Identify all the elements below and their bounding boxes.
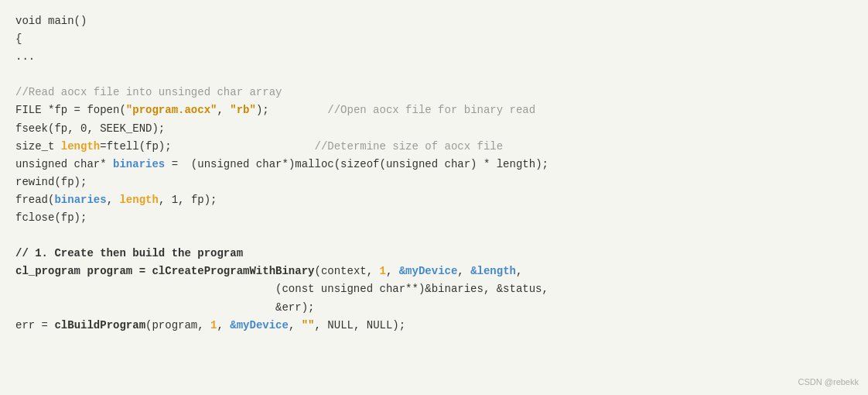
code-token: "program.aocx" <box>126 104 217 116</box>
code-line: &err); <box>15 299 853 317</box>
code-token: clBuildProgram <box>54 319 145 331</box>
code-token: //Read aocx file into unsinged char arra… <box>15 86 282 98</box>
code-token: FILE *fp = fopen( <box>15 104 126 116</box>
code-line: // 1. Create then build the program <box>15 245 853 263</box>
code-token: err = <box>15 319 54 331</box>
code-token: "" <box>302 319 315 331</box>
code-token: (context, <box>314 265 379 277</box>
code-token: ); <box>256 104 327 116</box>
code-token: , <box>217 104 230 116</box>
code-token: , <box>107 194 120 206</box>
code-line: void main() <box>15 12 853 30</box>
code-token: length <box>61 140 100 153</box>
code-token: , <box>217 319 230 331</box>
code-token: , <box>457 265 470 277</box>
code-line: //Read aocx file into unsinged char arra… <box>15 84 853 101</box>
code-token: &err); <box>15 301 314 314</box>
code-token: binaries <box>54 194 106 206</box>
code-token: , <box>516 265 522 277</box>
code-line: err = clBuildProgram(program, 1, &myDevi… <box>15 317 853 335</box>
code-token: //Open aocx file for binary read <box>327 104 535 116</box>
code-token: binaries <box>113 158 165 170</box>
code-token: (const unsigned char**)&binaries, &statu… <box>15 283 548 295</box>
code-line: ... <box>15 48 853 66</box>
code-token: 1 <box>380 265 386 277</box>
code-token: = (unsigned char*)malloc(sizeof(unsigned… <box>165 158 548 170</box>
code-line: cl_program program = clCreateProgramWith… <box>15 263 853 280</box>
code-line: (const unsigned char**)&binaries, &statu… <box>15 280 853 298</box>
code-line: unsigned char* binaries = (unsigned char… <box>15 156 853 173</box>
code-token: void main() <box>15 15 87 27</box>
code-token: size_t <box>15 140 61 153</box>
code-token: rewind(fp); <box>15 176 87 188</box>
code-token: fclose(fp); <box>15 211 87 224</box>
code-token: &myDevice <box>399 265 458 277</box>
code-container: void main(){... //Read aocx file into un… <box>0 0 868 395</box>
code-token: (program, <box>145 319 210 331</box>
code-line: fread(binaries, length, 1, fp); <box>15 191 853 209</box>
code-block: void main(){... //Read aocx file into un… <box>15 12 853 335</box>
watermark-label: CSDN @rebekk <box>798 375 859 389</box>
code-token: length <box>119 194 158 206</box>
code-line: FILE *fp = fopen("program.aocx", "rb"); … <box>15 101 853 119</box>
code-token: // 1. Create then build the program <box>15 247 243 259</box>
code-line: rewind(fp); <box>15 173 853 191</box>
code-token: clCreateProgramWithBinary <box>152 265 314 277</box>
code-token: , 1, fp); <box>159 194 217 206</box>
code-token: , <box>289 319 302 331</box>
code-token: { <box>15 33 22 45</box>
code-token: , <box>386 265 399 277</box>
code-token: =ftell(fp); <box>100 140 314 153</box>
code-line <box>15 227 853 245</box>
code-line: size_t length=ftell(fp); //Determine siz… <box>15 138 853 156</box>
code-token: &length <box>470 265 516 277</box>
code-token: &myDevice <box>230 319 289 331</box>
code-token: , NULL, NULL); <box>315 319 406 331</box>
code-token: ... <box>15 50 35 63</box>
code-line <box>15 66 853 84</box>
code-token: fseek(fp, 0, SEEK_END); <box>15 122 165 135</box>
code-token: cl_program program = <box>15 265 152 277</box>
code-line: fclose(fp); <box>15 209 853 227</box>
code-token: "rb" <box>230 104 256 116</box>
code-token: unsigned char* <box>15 158 113 170</box>
code-line: fseek(fp, 0, SEEK_END); <box>15 120 853 138</box>
code-token: fread( <box>15 194 54 206</box>
code-line: { <box>15 30 853 48</box>
code-token: //Determine size of aocx file <box>314 140 503 153</box>
